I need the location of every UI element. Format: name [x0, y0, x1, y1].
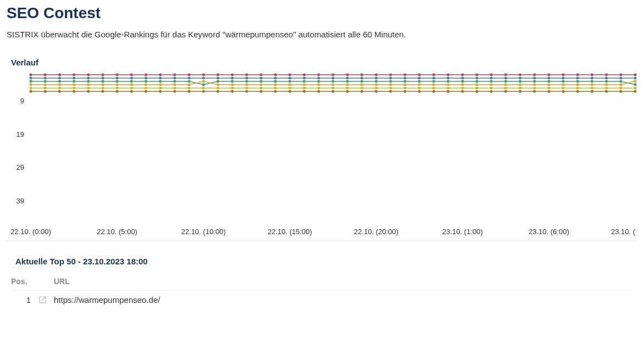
svg-point-211 — [533, 87, 536, 90]
svg-point-179 — [73, 87, 75, 90]
svg-point-172 — [591, 84, 593, 86]
svg-point-256 — [562, 90, 565, 93]
svg-point-101 — [188, 80, 191, 83]
svg-point-117 — [418, 80, 421, 83]
svg-point-224 — [102, 90, 104, 93]
svg-point-19 — [245, 74, 248, 76]
svg-point-153 — [317, 84, 320, 86]
svg-point-53 — [116, 77, 119, 80]
svg-point-186 — [173, 87, 176, 90]
svg-point-55 — [145, 77, 147, 80]
svg-point-240 — [332, 90, 335, 93]
svg-point-81 — [519, 77, 521, 80]
svg-point-45 — [619, 74, 622, 76]
svg-point-228 — [159, 90, 162, 93]
svg-point-231 — [202, 90, 205, 93]
svg-point-216 — [605, 87, 608, 90]
svg-point-137 — [87, 84, 90, 86]
svg-point-60 — [216, 77, 219, 80]
svg-point-167 — [519, 84, 521, 86]
svg-point-189 — [216, 87, 219, 90]
svg-point-38 — [519, 74, 521, 76]
svg-point-207 — [475, 87, 478, 90]
svg-point-215 — [591, 87, 593, 90]
svg-point-191 — [245, 87, 248, 90]
svg-point-169 — [547, 84, 550, 86]
svg-point-143 — [173, 84, 176, 86]
svg-point-185 — [159, 87, 162, 90]
svg-point-223 — [87, 90, 90, 93]
svg-point-154 — [332, 84, 335, 86]
svg-point-29 — [389, 74, 392, 76]
page-title: SEO Contest — [7, 4, 637, 22]
svg-point-199 — [360, 87, 363, 90]
svg-point-8 — [87, 74, 90, 76]
svg-point-100 — [173, 80, 176, 83]
svg-point-126 — [547, 80, 550, 83]
svg-point-201 — [389, 87, 392, 90]
svg-point-206 — [461, 87, 464, 90]
ranking-chart[interactable]: 919293922.10. (0:00)22.10. (5:00)22.10. … — [7, 73, 637, 237]
svg-point-162 — [447, 84, 449, 86]
svg-text:22.10. (10:00): 22.10. (10:00) — [181, 228, 226, 236]
svg-point-253 — [519, 90, 521, 93]
cell-pos: 1 — [11, 295, 38, 304]
chart-container: Verlauf 919293922.10. (0:00)22.10. (5:00… — [7, 52, 637, 241]
svg-point-171 — [576, 84, 579, 86]
svg-point-260 — [619, 90, 622, 93]
svg-point-214 — [576, 87, 579, 90]
svg-text:29: 29 — [16, 163, 24, 171]
svg-point-127 — [562, 80, 565, 83]
svg-point-89 — [634, 77, 637, 80]
svg-point-234 — [245, 90, 248, 93]
svg-point-82 — [533, 77, 536, 80]
svg-point-174 — [619, 84, 622, 86]
svg-point-76 — [447, 77, 449, 80]
svg-point-98 — [145, 80, 147, 83]
svg-point-173 — [605, 84, 608, 86]
svg-point-111 — [332, 80, 335, 83]
svg-point-254 — [533, 90, 536, 93]
svg-point-178 — [58, 87, 61, 90]
svg-point-129 — [591, 80, 593, 83]
svg-point-236 — [274, 90, 277, 93]
svg-point-84 — [562, 77, 565, 80]
svg-point-146 — [216, 84, 219, 86]
svg-point-219 — [30, 90, 32, 93]
svg-point-241 — [346, 90, 349, 93]
svg-point-202 — [404, 87, 407, 90]
svg-point-247 — [432, 90, 435, 93]
cell-url[interactable]: https://warmepumpenseo.de/ — [54, 295, 160, 304]
svg-point-225 — [116, 90, 119, 93]
col-header-url: URL — [54, 277, 633, 286]
svg-point-196 — [317, 87, 320, 90]
svg-point-57 — [173, 77, 176, 80]
svg-point-144 — [188, 84, 191, 86]
svg-point-43 — [591, 74, 593, 76]
svg-point-52 — [102, 77, 104, 80]
svg-point-244 — [389, 90, 392, 93]
svg-point-77 — [461, 77, 464, 80]
svg-point-36 — [490, 74, 493, 76]
svg-point-106 — [260, 80, 263, 83]
svg-point-121 — [475, 80, 478, 83]
svg-point-21 — [274, 74, 277, 76]
table-row: 1 https://warmepumpenseo.de/ — [11, 290, 633, 309]
external-link-icon[interactable] — [38, 296, 54, 304]
svg-point-62 — [245, 77, 248, 80]
svg-text:23.10. (1:00): 23.10. (1:00) — [442, 228, 483, 236]
svg-point-213 — [562, 87, 565, 90]
svg-point-17 — [216, 74, 219, 76]
svg-point-68 — [332, 77, 335, 80]
svg-point-63 — [260, 77, 263, 80]
svg-point-112 — [346, 80, 349, 83]
svg-point-28 — [375, 74, 377, 76]
svg-point-250 — [475, 90, 478, 93]
svg-point-95 — [102, 80, 104, 83]
svg-point-157 — [375, 84, 377, 86]
svg-point-227 — [145, 90, 147, 93]
chart-title: Verlauf — [7, 52, 637, 73]
svg-point-139 — [116, 84, 119, 86]
svg-point-37 — [504, 74, 507, 76]
svg-point-209 — [504, 87, 507, 90]
